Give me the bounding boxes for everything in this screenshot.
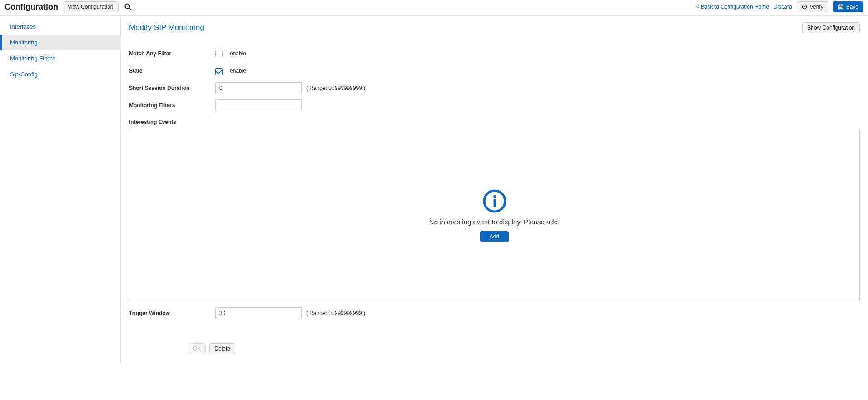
content-title: Modify SIP Monitoring — [129, 23, 204, 32]
verify-label: Verify — [810, 4, 823, 10]
show-configuration-label: Show Configuration — [807, 25, 855, 31]
topbar-right: < Back to Configuration Home Discard Ver… — [696, 1, 863, 12]
label-trigger-window: Trigger Window — [129, 310, 215, 316]
events-empty-state: No interesting event to display. Please … — [429, 189, 560, 242]
search-icon — [124, 3, 132, 11]
ok-button[interactable]: OK — [188, 343, 206, 354]
row-monitoring-filters: Monitoring Filters — [129, 98, 860, 113]
delete-label: Delete — [214, 346, 230, 352]
form-footer: OK Delete — [188, 343, 860, 354]
row-match-any-filter: Match Any Filter enable — [129, 46, 860, 61]
checkbox-label-match-any-filter: enable — [230, 50, 246, 57]
sidebar-item-label: Monitoring Filters — [10, 55, 55, 62]
save-button[interactable]: Save — [833, 1, 863, 12]
sidebar-item-interfaces[interactable]: Interfaces — [0, 19, 120, 35]
ok-label: OK — [193, 346, 201, 352]
view-configuration-label: View Configuration — [68, 4, 114, 10]
topbar: Configuration View Configuration < Back … — [0, 0, 868, 15]
input-trigger-window[interactable] — [215, 307, 302, 319]
verify-button[interactable]: Verify — [797, 1, 828, 12]
save-label: Save — [846, 4, 858, 10]
svg-rect-8 — [493, 199, 496, 207]
hint-trigger-window: ( Range: 0..999999999 ) — [306, 310, 365, 316]
svg-point-0 — [125, 4, 129, 9]
checkbox-label-state: enable — [230, 68, 246, 74]
gear-check-icon — [802, 4, 807, 10]
label-monitoring-filters: Monitoring Filters — [129, 102, 215, 109]
topbar-left: Configuration View Configuration — [5, 1, 134, 13]
svg-rect-5 — [839, 7, 842, 9]
add-event-button[interactable]: Add — [480, 231, 509, 242]
shell: Interfaces Monitoring Monitoring Filters… — [0, 15, 868, 362]
svg-line-1 — [129, 8, 131, 10]
view-configuration-button[interactable]: View Configuration — [63, 1, 119, 12]
row-trigger-window: Trigger Window ( Range: 0..999999999 ) — [129, 306, 860, 321]
sidebar-item-label: Monitoring — [10, 39, 38, 46]
show-configuration-button[interactable]: Show Configuration — [802, 22, 860, 33]
sidebar-item-label: Sip-Config — [10, 71, 38, 78]
label-match-any-filter: Match Any Filter — [129, 50, 215, 57]
label-short-session-duration: Short Session Duration — [129, 85, 215, 91]
add-event-label: Add — [490, 233, 499, 240]
row-short-session-duration: Short Session Duration ( Range: 0..99999… — [129, 81, 860, 95]
svg-rect-7 — [493, 195, 496, 198]
content-header: Modify SIP Monitoring Show Configuration — [129, 22, 860, 38]
sidebar-item-monitoring-filters[interactable]: Monitoring Filters — [0, 50, 120, 66]
label-interesting-events: Interesting Events — [129, 119, 860, 125]
checkbox-state[interactable] — [215, 67, 223, 74]
page-title: Configuration — [5, 2, 58, 12]
hint-short-session-duration: ( Range: 0..999999999 ) — [306, 85, 365, 91]
discard-link[interactable]: Discard — [774, 4, 792, 10]
disk-icon — [838, 4, 843, 10]
svg-rect-4 — [839, 5, 842, 6]
interesting-events-panel: No interesting event to display. Please … — [129, 129, 860, 301]
sidebar-item-monitoring[interactable]: Monitoring — [0, 35, 120, 50]
sidebar: Interfaces Monitoring Monitoring Filters… — [0, 16, 120, 362]
back-to-config-home-link[interactable]: < Back to Configuration Home — [696, 4, 769, 10]
row-state: State enable — [129, 64, 860, 78]
input-short-session-duration[interactable] — [215, 82, 302, 94]
label-state: State — [129, 68, 215, 74]
content: Modify SIP Monitoring Show Configuration… — [120, 16, 868, 362]
search-button[interactable] — [122, 1, 134, 13]
info-icon — [482, 189, 507, 213]
delete-button[interactable]: Delete — [209, 343, 235, 354]
sidebar-item-label: Interfaces — [10, 23, 36, 30]
input-monitoring-filters[interactable] — [215, 99, 302, 111]
checkbox-match-any-filter[interactable] — [215, 50, 223, 57]
sidebar-item-sip-config[interactable]: Sip-Config — [0, 66, 120, 82]
events-empty-message: No interesting event to display. Please … — [429, 218, 560, 226]
form: Match Any Filter enable State — [129, 46, 860, 354]
